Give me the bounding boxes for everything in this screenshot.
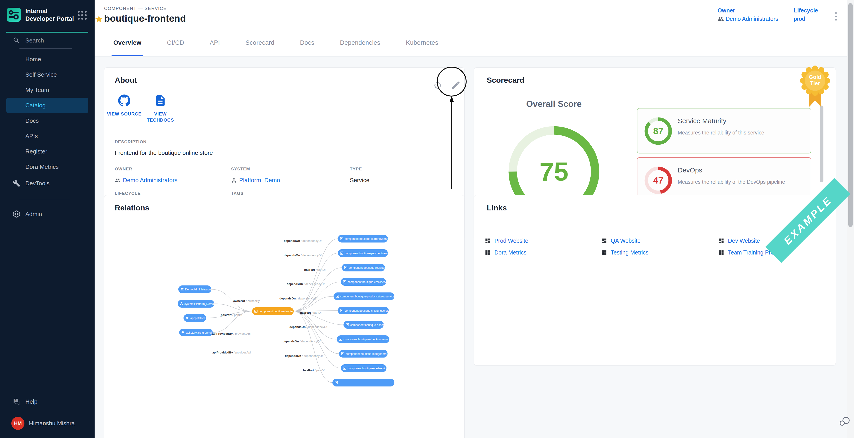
chat-bubbles-icon[interactable]: [839, 415, 851, 428]
graph-node-component-boutique-redisservice[interactable]: component:boutique-redisservice: [342, 264, 390, 271]
tab-docs[interactable]: Docs: [300, 29, 314, 56]
edge-label: hasPart / partOf: [221, 313, 242, 317]
sidebar-item-admin[interactable]: Admin: [6, 207, 88, 221]
breadcrumb: COMPONENT — SERVICE: [104, 6, 167, 11]
owner-field-link[interactable]: Demo Administrators: [115, 177, 177, 184]
link-testing-metrics[interactable]: Testing Metrics: [601, 246, 718, 258]
links-card: Links Prod WebsiteQA WebsiteDev WebsiteD…: [474, 195, 836, 366]
graph-node-label: component:boutique-loadgenerator: [346, 352, 390, 356]
sidebar-item-label: Help: [25, 398, 37, 405]
sidebar: Internal Developer Portal Search HomeSel…: [0, 0, 95, 438]
user-menu[interactable]: HM Himanshu Mishra: [6, 415, 88, 431]
graph-node-component-boutique-cartservice[interactable]: component:boutique-cartservice: [341, 364, 388, 372]
help-chat-icon: ?: [13, 398, 20, 405]
sidebar-item-self-service[interactable]: Self Service: [6, 67, 88, 82]
graph-node-component-boutique-frontend[interactable]: component:boutique-frontend: [252, 307, 296, 315]
overall-score-label: Overall Score: [506, 99, 601, 109]
owner-value: Demo Administrators: [726, 15, 778, 22]
graph-node-component-boutique-productcatalogservice[interactable]: component:boutique-productcatalogservice: [334, 293, 394, 300]
svg-text:?: ?: [15, 399, 17, 402]
badge-line1: Gold: [809, 74, 822, 80]
owner-label: Owner: [717, 7, 778, 14]
edge-label: dependsOn / dependencyOf: [279, 297, 317, 300]
sidebar-item-register[interactable]: Register: [6, 144, 88, 159]
graph-node-demo-administrators[interactable]: Demo Administrators: [178, 285, 211, 293]
graph-node-label: api:petstore: [190, 317, 205, 320]
group-icon: [115, 177, 121, 183]
graph-node[interactable]: [332, 379, 394, 386]
sidebar-item-catalog[interactable]: Catalog: [6, 98, 88, 113]
search-placeholder: Search: [25, 37, 44, 44]
more-options-kebab-icon[interactable]: [831, 10, 840, 23]
metric-description: Measures the reliability of this service: [678, 130, 764, 136]
graph-node-label: system:Platform_Demo: [184, 302, 214, 306]
dashboard-icon: [485, 238, 491, 244]
main-area: COMPONENT — SERVICE boutique-frontend Ow…: [95, 0, 847, 438]
graph-node-component-boutique-loadgenerator[interactable]: component:boutique-loadgenerator: [339, 350, 390, 358]
scorecard-title: Scorecard: [487, 76, 524, 85]
sidebar-item-home[interactable]: Home: [6, 52, 88, 67]
search-input[interactable]: Search: [6, 34, 88, 47]
owner-field-label: OWNER: [115, 167, 132, 172]
relations-graph[interactable]: ownerOf / ownedByhasPart / partOfapiProv…: [104, 195, 465, 438]
description-label: DESCRIPTION: [115, 139, 147, 144]
link-label: QA Website: [611, 238, 641, 244]
graph-node-api-starwars-graphql[interactable]: api:starwars-graphql: [179, 329, 213, 336]
lifecycle-value: prod: [794, 15, 805, 22]
metric-ring: 87: [643, 116, 673, 146]
sidebar-item-docs[interactable]: Docs: [6, 113, 88, 128]
tab-kubernetes[interactable]: Kubernetes: [406, 29, 438, 56]
relations-card: Relations ownerOf / ownedByhasPart / par…: [104, 195, 465, 438]
brand-underline: [6, 32, 88, 33]
tab-scorecard[interactable]: Scorecard: [246, 29, 275, 56]
sidebar-item-devtools[interactable]: DevTools: [6, 177, 88, 190]
header-owner: Owner Demo Administrators: [717, 7, 778, 22]
graph-node-component-boutique-checkoutservice[interactable]: component:boutique-checkoutservice: [337, 335, 390, 343]
graph-node-component-boutique-emailservice[interactable]: component:boutique-emailservice: [341, 278, 390, 286]
graph-node-api-petstore[interactable]: api:petstore: [184, 314, 206, 322]
link-dora-metrics[interactable]: Dora Metrics: [485, 246, 601, 258]
owner-field-value: Demo Administrators: [123, 177, 177, 184]
link-label: Prod Website: [494, 238, 528, 244]
metric-name: DevOps: [678, 166, 702, 174]
graph-node-component-boutique-paymentservice[interactable]: component:boutique-paymentservice: [338, 249, 391, 257]
favorite-star-icon[interactable]: [95, 15, 103, 24]
tab-ci-cd[interactable]: CI/CD: [167, 29, 184, 56]
system-field-link[interactable]: Platform_Demo: [231, 177, 280, 184]
graph-node-system-platform-demo[interactable]: system:Platform_Demo: [178, 300, 214, 308]
about-title: About: [115, 76, 137, 85]
graph-node-label: component:boutique-checkoutservice: [343, 338, 390, 341]
metric-score: 47: [653, 175, 663, 186]
refresh-icon[interactable]: [433, 81, 442, 90]
page-header: COMPONENT — SERVICE boutique-frontend Ow…: [95, 0, 847, 29]
view-techdocs-button[interactable]: VIEW TECHDOCS: [142, 94, 179, 123]
sidebar-item-help[interactable]: ? Help: [6, 395, 88, 408]
graph-node-component-boutique-shippingservice[interactable]: component:boutique-shippingservice: [338, 307, 391, 314]
tab-dependencies[interactable]: Dependencies: [340, 29, 380, 56]
owner-link[interactable]: Demo Administrators: [717, 15, 778, 22]
sidebar-item-label: DevTools: [25, 180, 50, 187]
graph-node-component-boutique-currencyservice[interactable]: component:boutique-currencyservice: [338, 235, 391, 242]
edge-label: apiProvidedBy / providesApi: [212, 332, 250, 335]
edge-label: apiProvidedBy / providesApi: [212, 351, 251, 354]
sidebar-item-apis[interactable]: APIs: [6, 128, 88, 144]
lifecycle-label: Lifecycle: [794, 7, 818, 14]
tab-api[interactable]: API: [210, 29, 220, 56]
link-label: Dora Metrics: [494, 249, 527, 256]
view-source-button[interactable]: VIEW SOURCE: [106, 94, 142, 117]
description-value: Frontend for the boutique online store: [115, 149, 213, 157]
link-prod-website[interactable]: Prod Website: [485, 235, 601, 246]
portal-logo-icon[interactable]: [7, 8, 21, 22]
graph-node-component-boutique-adservice[interactable]: component:boutique-adservice: [343, 321, 389, 329]
link-qa-website[interactable]: QA Website: [601, 235, 718, 246]
sidebar-item-my-team[interactable]: My Team: [6, 82, 88, 98]
user-name: Himanshu Mishra: [29, 420, 75, 427]
apps-grid-icon[interactable]: [78, 11, 87, 20]
edit-pencil-icon[interactable]: [451, 80, 461, 90]
sidebar-item-dora-metrics[interactable]: Dora Metrics: [6, 159, 88, 174]
brand-row: Internal Developer Portal: [7, 7, 88, 25]
system-field-label: SYSTEM: [231, 167, 250, 172]
metric-tile-service-maturity[interactable]: 87Service MaturityMeasures the reliabili…: [637, 108, 811, 154]
vertical-scrollbar-thumb[interactable]: [820, 106, 824, 182]
tab-overview[interactable]: Overview: [113, 29, 142, 56]
